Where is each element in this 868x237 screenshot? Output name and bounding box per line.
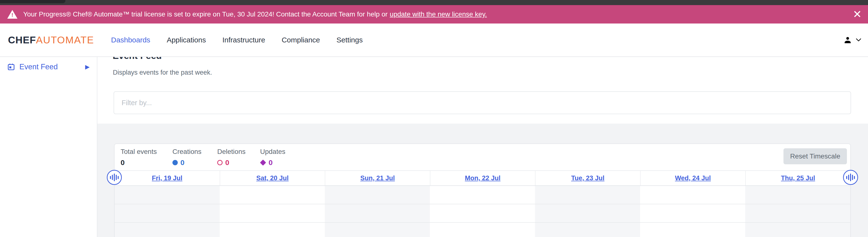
- expand-arrow-icon[interactable]: ▶: [85, 63, 90, 70]
- stat-value: 0: [180, 158, 185, 167]
- nav-item-compliance[interactable]: Compliance: [282, 36, 320, 44]
- license-banner: ! Your Progress® Chef® Automate™ trial l…: [0, 5, 868, 24]
- timeline-cell: [115, 223, 220, 237]
- timeline-cell: [430, 223, 535, 237]
- timeline-cell: [535, 186, 640, 204]
- stat-label: Creations: [173, 148, 202, 155]
- timeline-cell: [640, 204, 745, 223]
- chef-automate-logo: CHEFAUTOMATE: [8, 35, 94, 45]
- stat-label: Deletions: [217, 148, 246, 155]
- stat-creations: Creations0: [173, 148, 202, 167]
- timeline-cell: [745, 223, 850, 237]
- sidebar-item-label: Event Feed: [20, 62, 58, 71]
- nav-item-dashboards[interactable]: Dashboards: [111, 36, 150, 44]
- timeline-cell: [220, 186, 325, 204]
- reset-timescale-button[interactable]: Reset Timescale: [783, 148, 847, 164]
- equalizer-icon: [110, 174, 119, 181]
- logo-automate-text: AUTOMATE: [36, 34, 94, 46]
- sidebar: Event Feed ▶: [0, 57, 97, 237]
- day-column-header: Wed, 24 Jul: [640, 171, 745, 185]
- day-link-tue-23-jul[interactable]: Tue, 23 Jul: [571, 175, 604, 182]
- event-feed-card: Total events0Creations0Deletions0Updates…: [114, 144, 851, 237]
- timeline-cell: [325, 186, 430, 204]
- timescale-prev-button[interactable]: [107, 170, 122, 185]
- stat-label: Total events: [121, 148, 157, 155]
- timeline-cell: [220, 204, 325, 223]
- day-column-header: Fri, 19 Jul: [115, 171, 220, 185]
- diamond-icon: [260, 159, 266, 166]
- day-column-header: Mon, 22 Jul: [430, 171, 535, 185]
- timeline-day-header: Fri, 19 JulSat, 20 JulSun, 21 JulMon, 22…: [115, 170, 850, 186]
- nav-item-infrastructure[interactable]: Infrastructure: [222, 36, 265, 44]
- close-icon[interactable]: ✕: [853, 9, 862, 20]
- timeline-cell: [115, 204, 220, 223]
- logo-chef-text: CHEF: [8, 34, 36, 46]
- timeline-cell: [535, 223, 640, 237]
- filled-circle-icon: [173, 160, 178, 165]
- filter-input[interactable]: [114, 91, 851, 114]
- nav-item-settings[interactable]: Settings: [336, 36, 363, 44]
- day-column-header: Tue, 23 Jul: [535, 171, 640, 185]
- stat-total-events: Total events0: [121, 148, 157, 167]
- warning-triangle-icon: !: [7, 10, 18, 19]
- equalizer-icon: [846, 174, 855, 181]
- day-link-sat-20-jul[interactable]: Sat, 20 Jul: [256, 175, 289, 182]
- stat-value: 0: [269, 158, 273, 167]
- stat-label: Updates: [260, 148, 285, 155]
- timeline-cell: [325, 204, 430, 223]
- outline-circle-icon: [217, 160, 223, 165]
- calendar-icon: [7, 63, 15, 71]
- timeline-cell: [430, 186, 535, 204]
- timeline-cell: [640, 186, 745, 204]
- timeline-cell: [430, 204, 535, 223]
- timeline-cell: [220, 223, 325, 237]
- day-link-fri-19-jul[interactable]: Fri, 19 Jul: [152, 175, 182, 182]
- user-menu[interactable]: [843, 24, 861, 56]
- license-banner-message: Your Progress® Chef® Automate™ trial lic…: [23, 10, 388, 18]
- page-subtitle: Displays events for the past week.: [113, 69, 212, 76]
- timeline-cell: [325, 223, 430, 237]
- day-link-thu-25-jul[interactable]: Thu, 25 Jul: [781, 175, 815, 182]
- stat-value: 0: [121, 158, 125, 167]
- app-header: CHEFAUTOMATE DashboardsApplicationsInfra…: [0, 24, 868, 57]
- stat-value: 0: [225, 158, 229, 167]
- timeline-cell: [745, 204, 850, 223]
- day-column-header: Thu, 25 Jul: [745, 171, 850, 185]
- timeline-cell: [535, 204, 640, 223]
- browser-chrome-bar: [0, 0, 868, 5]
- chevron-down-icon: [856, 38, 861, 42]
- browser-tab-fragment: [0, 0, 65, 3]
- day-link-wed-24-jul[interactable]: Wed, 24 Jul: [675, 175, 711, 182]
- person-icon: [843, 35, 852, 45]
- update-license-link[interactable]: update with the new license key.: [390, 10, 487, 18]
- timeline-cell: [640, 223, 745, 237]
- timeline-grid: [115, 186, 850, 237]
- sidebar-item-event-feed[interactable]: Event Feed ▶: [0, 59, 97, 75]
- stat-deletions: Deletions0: [217, 148, 246, 167]
- day-link-sun-21-jul[interactable]: Sun, 21 Jul: [361, 175, 395, 182]
- main-nav: DashboardsApplicationsInfrastructureComp…: [111, 36, 363, 44]
- timeline-cell: [745, 186, 850, 204]
- stat-updates: Updates0: [260, 148, 285, 167]
- timescale-next-button[interactable]: [843, 170, 858, 185]
- day-column-header: Sat, 20 Jul: [220, 171, 325, 185]
- day-column-header: Sun, 21 Jul: [325, 171, 430, 185]
- timeline-cell: [115, 186, 220, 204]
- nav-item-applications[interactable]: Applications: [166, 36, 206, 44]
- day-link-mon-22-jul[interactable]: Mon, 22 Jul: [465, 175, 500, 182]
